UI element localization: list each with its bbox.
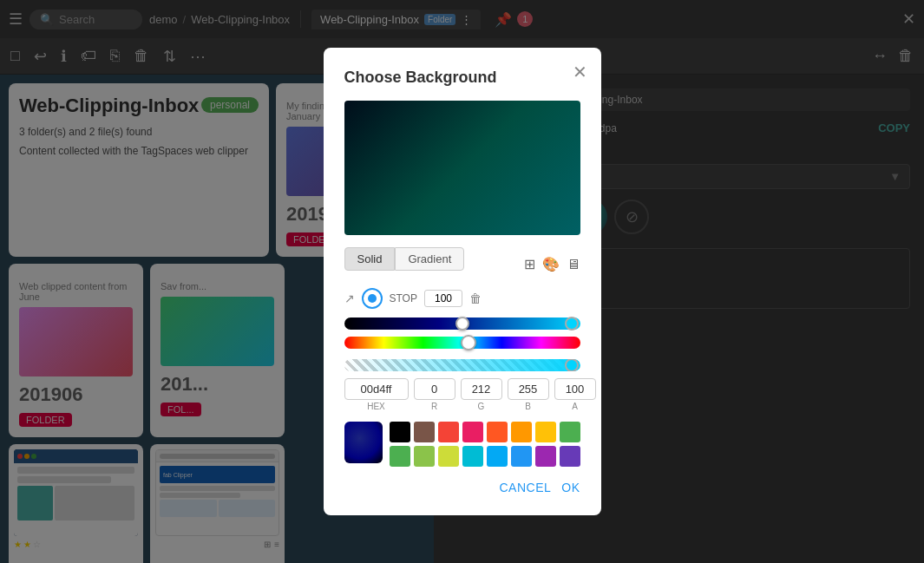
tab-solid[interactable]: Solid xyxy=(344,247,396,271)
stop-delete-icon[interactable]: 🗑 xyxy=(469,291,482,305)
swatch-10[interactable] xyxy=(438,446,459,467)
b-label: B xyxy=(508,402,549,411)
alpha-slider-row xyxy=(344,359,580,371)
r-input[interactable] xyxy=(414,378,455,400)
g-field: G xyxy=(461,378,502,411)
swatch-1[interactable] xyxy=(414,422,435,442)
stop-label: STOP xyxy=(390,292,417,304)
swatches-grid xyxy=(390,422,580,467)
swatch-6[interactable] xyxy=(535,422,556,442)
mode-row: Solid Gradient ⊞ 🎨 🖥 xyxy=(344,247,580,281)
r-label: R xyxy=(414,402,455,411)
darkness-slider-row xyxy=(344,318,580,330)
swatch-3[interactable] xyxy=(462,422,483,442)
cancel-button[interactable]: CANCEL xyxy=(499,481,551,494)
selected-swatch[interactable] xyxy=(344,422,383,463)
swatch-15[interactable] xyxy=(560,446,580,467)
rgba-row: HEX R G B A xyxy=(344,378,580,411)
hex-label: HEX xyxy=(344,402,409,411)
alpha-track xyxy=(344,359,580,371)
darkness-track xyxy=(344,318,580,330)
modal-overlay: Choose Background ✕ Solid Gradient ⊞ 🎨 🖥… xyxy=(0,0,924,563)
swatch-14[interactable] xyxy=(535,446,556,467)
g-label: G xyxy=(461,402,502,411)
hex-field: HEX xyxy=(344,378,409,411)
expand-icon[interactable]: ↗ xyxy=(344,291,355,305)
swatch-5[interactable] xyxy=(511,422,532,442)
palette-icon[interactable]: 🎨 xyxy=(542,256,560,272)
picker-tools: ⊞ 🎨 🖥 xyxy=(524,256,580,272)
dialog-close-button[interactable]: ✕ xyxy=(573,62,587,82)
swatch-13[interactable] xyxy=(511,446,532,467)
darkness-thumb xyxy=(455,317,469,331)
darkness-thumb-right xyxy=(565,317,579,331)
grid-icon[interactable]: ⊞ xyxy=(524,256,535,272)
stop-value-input[interactable] xyxy=(424,290,462,307)
swatch-11[interactable] xyxy=(462,446,483,467)
hex-input[interactable] xyxy=(344,378,409,400)
stop-circle[interactable] xyxy=(362,288,383,309)
tab-gradient[interactable]: Gradient xyxy=(395,247,464,271)
choose-background-dialog: Choose Background ✕ Solid Gradient ⊞ 🎨 🖥… xyxy=(324,48,601,515)
color-preview[interactable] xyxy=(344,101,580,235)
swatch-12[interactable] xyxy=(487,446,508,467)
swatch-2[interactable] xyxy=(438,422,459,442)
swatches-area xyxy=(344,422,580,467)
swatch-4[interactable] xyxy=(487,422,508,442)
a-label: A xyxy=(554,402,596,411)
dialog-title: Choose Background xyxy=(344,69,580,87)
swatch-9[interactable] xyxy=(414,446,435,467)
hue-slider-row xyxy=(344,337,580,352)
hue-slider[interactable] xyxy=(344,337,580,349)
g-input[interactable] xyxy=(461,378,502,400)
mode-tabs: Solid Gradient xyxy=(344,247,465,271)
swatch-7[interactable] xyxy=(560,422,580,442)
a-input[interactable] xyxy=(554,378,596,400)
a-field: A xyxy=(554,378,596,411)
dialog-buttons: CANCEL OK xyxy=(344,481,580,494)
swatch-0[interactable] xyxy=(390,422,410,442)
b-field: B xyxy=(508,378,549,411)
stop-row: ↗ STOP 🗑 xyxy=(344,288,580,309)
ok-button[interactable]: OK xyxy=(561,481,580,494)
swatch-8[interactable] xyxy=(390,446,410,467)
r-field: R xyxy=(414,378,455,411)
screen-icon[interactable]: 🖥 xyxy=(567,256,580,272)
b-input[interactable] xyxy=(508,378,549,400)
alpha-thumb xyxy=(565,359,579,371)
